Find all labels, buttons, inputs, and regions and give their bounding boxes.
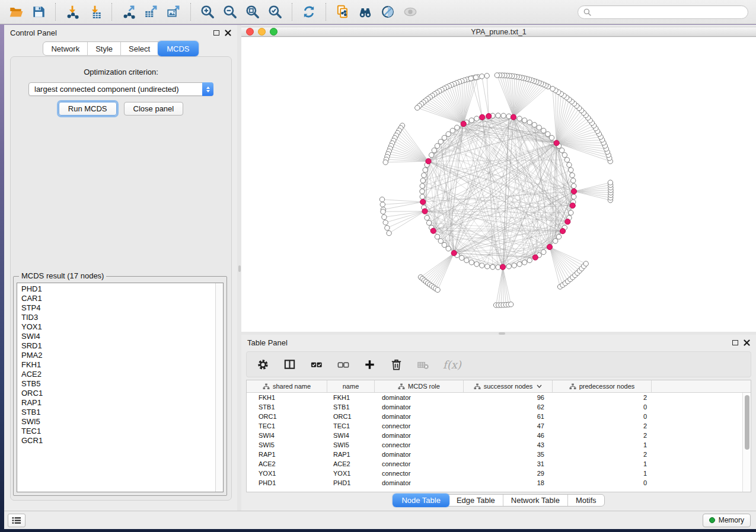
table-row[interactable]: SWI4SWI4dominator462 xyxy=(247,431,742,440)
table-scrollbar[interactable] xyxy=(742,393,751,492)
network-node[interactable] xyxy=(495,73,499,78)
mcds-result-item[interactable]: SWI4 xyxy=(17,332,215,341)
network-node[interactable] xyxy=(484,73,489,78)
network-canvas[interactable] xyxy=(241,37,756,332)
fx-icon[interactable]: f(x) xyxy=(443,358,461,371)
network-node[interactable] xyxy=(464,258,469,262)
network-node[interactable] xyxy=(442,242,446,247)
column-header-successor-nodes[interactable]: successor nodes xyxy=(464,380,553,392)
network-window-titlebar[interactable]: YPA_prune.txt_1 xyxy=(241,27,756,37)
column-header-MCDS-role[interactable]: MCDS role xyxy=(375,380,464,392)
mcds-result-item[interactable]: YOX1 xyxy=(17,322,215,332)
optimization-criterion-select[interactable]: largest connected component (undirected) xyxy=(28,82,213,96)
import-network-icon[interactable] xyxy=(61,2,84,22)
refresh-icon[interactable] xyxy=(298,2,320,22)
tab-style[interactable]: Style xyxy=(88,42,121,55)
tab-select[interactable]: Select xyxy=(121,42,158,55)
network-node[interactable] xyxy=(474,116,479,121)
network-node[interactable] xyxy=(564,158,569,162)
network-node[interactable] xyxy=(455,125,460,130)
export-table-icon[interactable] xyxy=(140,2,162,22)
table-row[interactable]: PHD1PHD1dominator180 xyxy=(247,478,742,488)
import-table-icon[interactable] xyxy=(84,2,106,22)
column-header-shared-name[interactable]: shared name xyxy=(247,380,327,392)
network-node[interactable] xyxy=(541,249,546,254)
task-history-button[interactable] xyxy=(8,514,25,527)
network-node[interactable] xyxy=(517,116,522,121)
tab-network-table[interactable]: Network Table xyxy=(503,495,568,506)
network-node[interactable] xyxy=(432,148,436,153)
network-node[interactable] xyxy=(425,216,429,220)
mcds-node[interactable] xyxy=(486,113,492,118)
network-node[interactable] xyxy=(506,264,511,269)
network-node[interactable] xyxy=(379,197,384,202)
select-all-icon[interactable] xyxy=(310,358,323,371)
mcds-result-item[interactable]: GCR1 xyxy=(17,436,215,446)
network-node[interactable] xyxy=(429,153,434,158)
network-node[interactable] xyxy=(380,202,385,207)
network-node[interactable] xyxy=(382,214,387,219)
network-node[interactable] xyxy=(468,76,473,81)
mcds-node[interactable] xyxy=(420,199,426,204)
mcds-node[interactable] xyxy=(565,219,570,225)
network-node[interactable] xyxy=(473,75,478,79)
network-node[interactable] xyxy=(570,173,575,178)
network-graph[interactable] xyxy=(241,37,756,332)
mcds-result-item[interactable]: CAR1 xyxy=(17,294,215,303)
mcds-result-item[interactable]: PMA2 xyxy=(17,351,215,360)
mcds-result-item[interactable]: SRD1 xyxy=(17,341,215,351)
network-node[interactable] xyxy=(446,132,451,136)
tab-mcds[interactable]: MCDS xyxy=(158,41,198,56)
network-node[interactable] xyxy=(496,113,500,118)
network-node[interactable] xyxy=(583,261,588,266)
network-node[interactable] xyxy=(435,287,440,292)
tab-edge-table[interactable]: Edge Table xyxy=(449,495,503,506)
table-scrollbar-thumb[interactable] xyxy=(745,395,749,450)
network-node[interactable] xyxy=(532,123,537,127)
open-folder-icon[interactable] xyxy=(5,2,27,22)
network-node[interactable] xyxy=(385,226,390,230)
copy-network-icon[interactable] xyxy=(331,2,354,22)
network-node[interactable] xyxy=(474,262,479,267)
zoom-fit-icon[interactable] xyxy=(241,2,264,22)
network-node[interactable] xyxy=(567,162,572,167)
mcds-result-item[interactable]: STP4 xyxy=(17,303,215,313)
export-image-icon[interactable] xyxy=(162,2,185,22)
network-node[interactable] xyxy=(546,132,550,136)
network-node[interactable] xyxy=(517,262,522,267)
mcds-node[interactable] xyxy=(554,140,559,146)
splitter-grip[interactable] xyxy=(499,332,505,335)
mcds-node[interactable] xyxy=(571,188,576,194)
network-node[interactable] xyxy=(423,168,428,172)
tab-motifs[interactable]: Motifs xyxy=(568,495,604,506)
network-node[interactable] xyxy=(383,160,388,165)
clear-selection-icon[interactable] xyxy=(336,358,350,371)
mcds-result-list[interactable]: PHD1CAR1STP4TID3YOX1SWI4SRD1PMA2FKH1ACE2… xyxy=(17,283,224,492)
network-node[interactable] xyxy=(460,255,464,260)
add-icon[interactable] xyxy=(363,358,377,371)
mcds-result-item[interactable]: FKH1 xyxy=(17,360,215,370)
trash-icon[interactable] xyxy=(390,358,403,371)
mcds-result-item[interactable]: PHD1 xyxy=(17,284,215,294)
network-node[interactable] xyxy=(485,264,490,269)
network-node[interactable] xyxy=(608,180,613,185)
splitter-grip[interactable] xyxy=(238,265,241,272)
table-row[interactable]: YOX1YOX1connector291 xyxy=(247,469,742,478)
zoom-out-icon[interactable] xyxy=(219,2,241,22)
network-node[interactable] xyxy=(560,148,564,153)
table-row[interactable]: SWI5SWI5connector431 xyxy=(247,440,742,450)
close-panel-icon[interactable] xyxy=(744,339,750,346)
close-panel-button[interactable]: Close panel xyxy=(124,102,184,116)
mcds-result-item[interactable]: TEC1 xyxy=(17,427,215,436)
network-node[interactable] xyxy=(438,239,443,243)
list-scrollbar[interactable] xyxy=(215,283,223,492)
network-node[interactable] xyxy=(435,143,439,148)
network-node[interactable] xyxy=(549,135,554,140)
tab-network[interactable]: Network xyxy=(43,42,88,55)
network-node[interactable] xyxy=(541,128,546,133)
search-box[interactable] xyxy=(578,5,748,19)
mcds-result-item[interactable]: SWI5 xyxy=(17,417,215,427)
delete-table-icon[interactable] xyxy=(416,358,430,371)
network-node[interactable] xyxy=(420,189,425,194)
toggle-visibility-icon[interactable] xyxy=(377,2,399,22)
